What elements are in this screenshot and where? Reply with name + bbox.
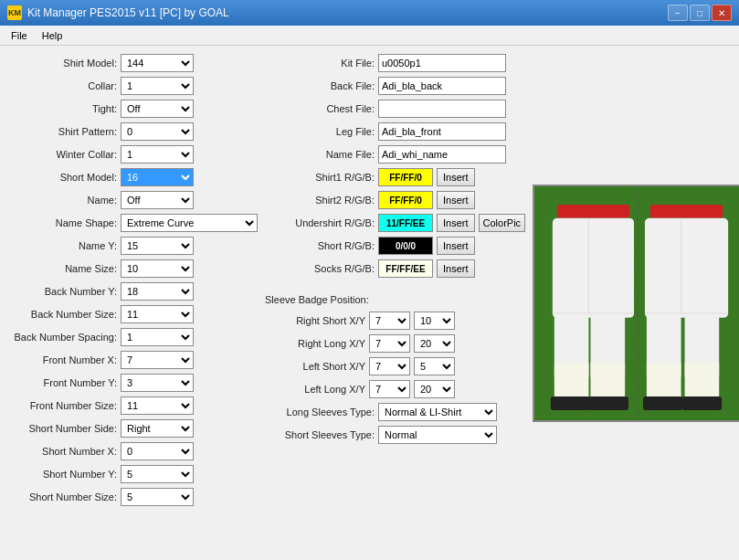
- menu-file[interactable]: File: [4, 28, 35, 43]
- short-rgb-label: Short R/G/B:: [265, 240, 375, 251]
- back-number-y-row: Back Number Y: 18: [7, 281, 258, 301]
- svg-rect-11: [650, 204, 723, 217]
- back-file-label: Back File:: [265, 80, 375, 91]
- back-file-input[interactable]: Adi_bla_back: [378, 77, 506, 95]
- name-shape-row: Name Shape: Extreme Curve: [7, 213, 258, 233]
- collar-label: Collar:: [7, 80, 117, 91]
- collar-row: Collar: 1: [7, 76, 258, 96]
- short-number-size-select[interactable]: 5: [121, 488, 194, 506]
- socks-insert-button[interactable]: Insert: [437, 259, 475, 278]
- leg-file-input[interactable]: Adi_bla_front: [378, 122, 506, 141]
- right-short-y-select[interactable]: 10: [414, 312, 455, 330]
- colorpic-button[interactable]: ColorPic: [479, 214, 526, 232]
- minimize-button[interactable]: −: [668, 5, 688, 21]
- left-panel: Shirt Model: 144 Collar: 1 Tight: Off Sh…: [7, 53, 258, 553]
- short-sleeves-type-select[interactable]: Normal: [378, 426, 497, 444]
- maximize-button[interactable]: □: [690, 5, 710, 21]
- short-color-box: 0/0/0: [378, 237, 433, 255]
- short-number-y-row: Short Number Y: 5: [7, 464, 258, 484]
- sleeve-badge-label: Sleeve Badge Position:: [265, 294, 369, 305]
- left-long-xy-label: Left Long X/Y: [265, 384, 365, 395]
- name-y-label: Name Y:: [7, 240, 117, 251]
- name-size-label: Name Size:: [7, 263, 117, 274]
- short-number-side-select[interactable]: Right: [121, 419, 194, 438]
- short-number-y-select[interactable]: 5: [121, 465, 194, 483]
- short-model-label: Short Model:: [7, 172, 117, 183]
- tight-label: Tight:: [7, 103, 117, 114]
- kit-file-input[interactable]: u0050p1: [378, 54, 506, 72]
- undershirt-color-box: 11/FF/EE: [378, 214, 433, 232]
- front-number-x-select[interactable]: 7: [121, 351, 194, 369]
- shirt-pattern-select[interactable]: 0: [121, 122, 194, 141]
- left-short-xy-label: Left Short X/Y: [265, 361, 365, 372]
- svg-rect-5: [554, 363, 589, 399]
- leg-file-label: Leg File:: [265, 126, 375, 137]
- main-content: Shirt Model: 144 Collar: 1 Tight: Off Sh…: [0, 46, 739, 560]
- svg-rect-1: [557, 204, 629, 217]
- back-number-size-row: Back Number Size: 11: [7, 304, 258, 324]
- close-button[interactable]: ✕: [712, 5, 732, 21]
- shirt-model-select[interactable]: 144: [121, 54, 194, 72]
- short-number-x-row: Short Number X: 0: [7, 441, 258, 461]
- svg-rect-16: [685, 363, 720, 399]
- name-label: Name:: [7, 195, 117, 206]
- svg-rect-8: [589, 396, 629, 410]
- tight-select[interactable]: Off: [121, 100, 194, 118]
- name-y-select[interactable]: 15: [121, 237, 194, 255]
- short-model-select[interactable]: 16: [121, 168, 194, 186]
- shirt2-color-box: FF/FF/0: [378, 191, 433, 209]
- kit-preview-svg: [534, 185, 739, 421]
- back-number-y-select[interactable]: 18: [121, 282, 194, 301]
- name-file-row: Name File: Adi_whi_name: [265, 144, 525, 164]
- short-number-x-label: Short Number X:: [7, 446, 117, 457]
- front-number-y-select[interactable]: 3: [121, 374, 194, 392]
- front-number-size-select[interactable]: 11: [121, 396, 194, 415]
- back-number-spacing-row: Back Number Spacing: 1: [7, 327, 258, 347]
- shirt-model-label: Shirt Model:: [7, 58, 117, 69]
- socks-rgb-row: Socks R/G/B: FF/FF/EE Insert: [265, 259, 525, 279]
- front-number-size-row: Front Number Size: 11: [7, 396, 258, 416]
- back-number-spacing-select[interactable]: 1: [121, 328, 194, 346]
- name-file-input[interactable]: Adi_whi_name: [378, 145, 506, 164]
- name-select[interactable]: Off: [121, 191, 194, 209]
- middle-panel: Kit File: u0050p1 Back File: Adi_bla_bac…: [265, 53, 525, 553]
- kit-preview: [533, 185, 739, 422]
- front-number-x-row: Front Number X: 7: [7, 350, 258, 370]
- collar-select[interactable]: 1: [121, 77, 194, 95]
- short-number-x-select[interactable]: 0: [121, 442, 194, 460]
- name-shape-select[interactable]: Extreme Curve: [121, 214, 258, 232]
- window-controls: − □ ✕: [668, 5, 732, 21]
- title-bar: KM Kit Manager PES2015 v11 [PC] by GOAL …: [0, 0, 739, 26]
- long-sleeves-type-select[interactable]: Normal & LI-Shirt: [378, 403, 497, 421]
- menu-help[interactable]: Help: [35, 28, 70, 43]
- chest-file-input[interactable]: [378, 100, 506, 118]
- name-shape-label: Name Shape:: [7, 217, 117, 228]
- back-number-size-select[interactable]: 11: [121, 305, 194, 323]
- left-long-y-select[interactable]: 20: [414, 380, 455, 398]
- short-sleeves-type-label: Short Sleeves Type:: [265, 429, 375, 440]
- short-number-side-label: Short Number Side:: [7, 423, 117, 434]
- short-number-y-label: Short Number Y:: [7, 469, 117, 480]
- left-short-y-select[interactable]: 5: [414, 357, 455, 375]
- sleeve-badge-label-row: Sleeve Badge Position:: [265, 288, 525, 308]
- right-panel: [533, 53, 739, 553]
- right-short-x-select[interactable]: 7: [369, 312, 410, 330]
- leg-file-row: Leg File: Adi_bla_front: [265, 122, 525, 142]
- name-size-select[interactable]: 10: [121, 259, 194, 278]
- shirt2-insert-button[interactable]: Insert: [437, 191, 475, 209]
- short-insert-button[interactable]: Insert: [437, 237, 475, 255]
- undershirt-rgb-row: Undershirt R/G/B: 11/FF/EE Insert ColorP…: [265, 213, 525, 233]
- socks-rgb-label: Socks R/G/B:: [265, 263, 375, 274]
- undershirt-insert-button[interactable]: Insert: [437, 214, 475, 232]
- short-model-row: Short Model: 16: [7, 167, 258, 187]
- shirt1-insert-button[interactable]: Insert: [437, 168, 475, 186]
- short-number-size-label: Short Number Size:: [7, 491, 117, 502]
- kit-file-row: Kit File: u0050p1: [265, 53, 525, 73]
- left-long-x-select[interactable]: 7: [369, 380, 410, 398]
- left-short-x-select[interactable]: 7: [369, 357, 410, 375]
- winter-collar-select[interactable]: 1: [121, 145, 194, 164]
- back-number-y-label: Back Number Y:: [7, 286, 117, 297]
- right-long-y-select[interactable]: 20: [414, 334, 455, 353]
- right-long-x-select[interactable]: 7: [369, 334, 410, 353]
- front-number-y-row: Front Number Y: 3: [7, 373, 258, 393]
